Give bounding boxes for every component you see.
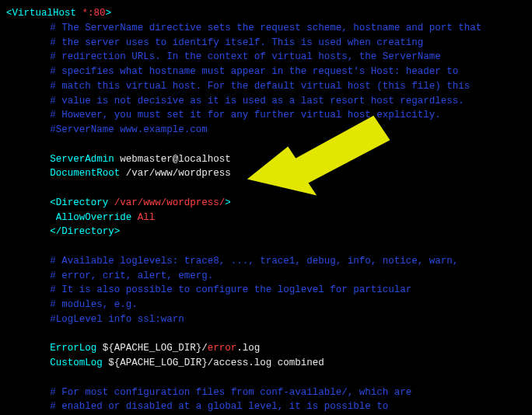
serveradmin-key: ServerAdmin <box>50 154 114 165</box>
comment-line: # error, crit, alert, emerg. <box>6 269 526 284</box>
blank-line <box>6 138 526 152</box>
blank-line <box>6 371 526 385</box>
comment-line: # The ServerName directive sets the requ… <box>6 21 526 36</box>
comment-line: # However, you must set it for any furth… <box>6 108 526 123</box>
directory-open: <Directory /var/www/wordpress/> <box>6 196 526 211</box>
serveradmin-line: ServerAdmin webmaster@localhost <box>6 152 526 167</box>
directory-close: </Directory> <box>6 225 526 239</box>
comment-line: # specifies what hostname must appear in… <box>6 65 526 79</box>
errorlog-prefix: ${APACHE_LOG_DIR}/ <box>96 343 208 354</box>
documentroot-key: DocumentRoot <box>50 168 120 179</box>
errorlog-line: ErrorLog ${APACHE_LOG_DIR}/error.log <box>6 341 526 356</box>
vhost-key: <VirtualHost <box>6 8 76 19</box>
directory-open-close: > <box>225 197 231 208</box>
vhost-open-close: > <box>106 8 112 19</box>
blank-line <box>6 181 526 196</box>
comment-line: # redirection URLs. In the context of vi… <box>6 50 526 65</box>
documentroot-value: /var/www/wordpress <box>120 168 231 179</box>
comment-line: # For most configuration files from conf… <box>6 385 526 400</box>
errorlog-key: ErrorLog <box>50 343 96 354</box>
allowoverride-line: AllowOverride All <box>6 211 526 225</box>
comment-line: # It is also possible to configure the l… <box>6 283 526 298</box>
comment-line: # value is not decisive as it is used as… <box>6 94 526 109</box>
allowoverride-key: AllowOverride <box>56 212 132 223</box>
vhost-port: *:80 <box>76 8 106 19</box>
directory-key: <Directory <box>50 197 108 208</box>
comment-line: # modules, e.g. <box>6 298 526 312</box>
customlog-key: CustomLog <box>50 357 103 368</box>
allowoverride-value: All <box>131 212 155 223</box>
comment-line: # enabled or disabled at a global level,… <box>6 399 526 414</box>
customlog-value: ${APACHE_LOG_DIR}/access.log combined <box>103 357 324 368</box>
comment-line: # Available loglevels: trace8, ..., trac… <box>6 254 526 269</box>
errorlog-suffix: .log <box>236 343 260 354</box>
indent-space <box>50 212 56 223</box>
directory-path: /var/www/wordpress/ <box>108 197 225 208</box>
comment-line: #LogLevel info ssl:warn <box>6 312 526 327</box>
documentroot-line: DocumentRoot /var/www/wordpress <box>6 166 526 181</box>
serveradmin-value: webmaster@localhost <box>114 154 231 165</box>
blank-line <box>6 239 526 254</box>
comment-line: # match this virtual host. For the defau… <box>6 79 526 94</box>
comment-line: # the server uses to identify itself. Th… <box>6 36 526 51</box>
comment-line: #ServerName www.example.com <box>6 123 526 138</box>
virtualhost-open: <VirtualHost *:80> <box>6 6 526 21</box>
errorlog-name: error <box>208 343 237 354</box>
blank-line <box>6 327 526 342</box>
customlog-line: CustomLog ${APACHE_LOG_DIR}/access.log c… <box>6 356 526 371</box>
